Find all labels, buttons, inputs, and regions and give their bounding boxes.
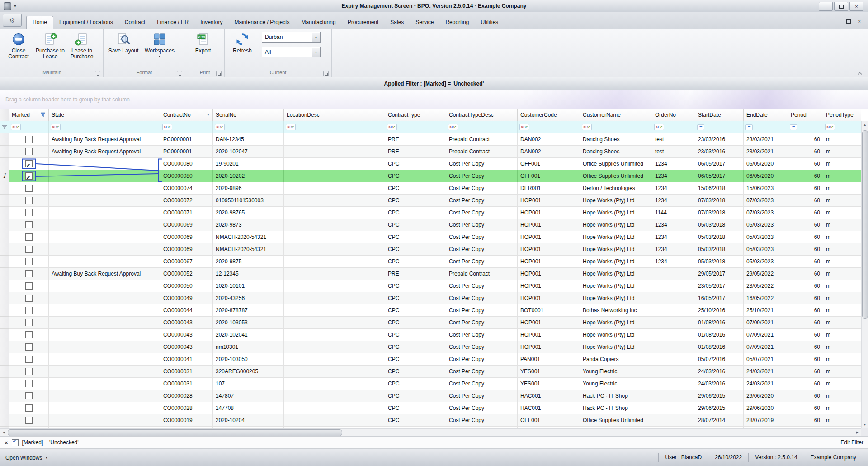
cell-enddate[interactable]: 15/06/2023 xyxy=(744,182,788,195)
cell-enddate[interactable]: 05/03/2023 xyxy=(744,219,788,231)
dialog-launcher-icon[interactable] xyxy=(216,71,222,76)
cell-contracttypedesc[interactable]: Cost Per Copy xyxy=(446,402,518,414)
cell-periodtype[interactable]: m xyxy=(823,231,861,243)
tab-sales[interactable]: Sales xyxy=(384,16,410,29)
filter-enabled-checkbox[interactable] xyxy=(12,439,19,446)
cell-serialno[interactable]: 2020-878787 xyxy=(213,304,284,317)
dialog-launcher-icon[interactable] xyxy=(95,71,100,76)
filter-cell-contracttypedesc[interactable]: aBc xyxy=(446,121,518,133)
cell-state[interactable] xyxy=(49,170,160,182)
cell-serialno[interactable]: 12-12345 xyxy=(213,268,284,280)
row-checkbox[interactable] xyxy=(25,258,33,265)
cell-serialno[interactable]: 2020-98765 xyxy=(213,207,284,219)
cell-customername[interactable]: Hope Works (Pty) Ltd xyxy=(580,219,652,231)
cell-state[interactable] xyxy=(49,182,160,195)
cell-state[interactable] xyxy=(49,243,160,256)
column-header-customercode[interactable]: CustomerCode xyxy=(518,109,580,121)
cell-enddate[interactable]: 06/05/2020 xyxy=(744,158,788,170)
cell-marked[interactable] xyxy=(9,366,49,378)
cell-contracttype[interactable]: PRE xyxy=(385,146,446,158)
cell-orderno[interactable] xyxy=(652,280,695,292)
cell-customercode[interactable]: HOP001 xyxy=(518,280,580,292)
cell-marked[interactable] xyxy=(9,317,49,329)
cell-locationdesc[interactable] xyxy=(284,231,385,243)
cell-periodtype[interactable]: m xyxy=(823,195,861,207)
cell-period[interactable]: 60 xyxy=(788,146,823,158)
cell-periodtype[interactable]: m xyxy=(823,219,861,231)
cell-serialno[interactable]: NMACH-2020-54321 xyxy=(213,231,284,243)
purchase-to-lease-button[interactable]: Purchase to Lease xyxy=(34,29,66,70)
close-contract-button[interactable]: Close Contract xyxy=(3,29,34,70)
row-checkbox[interactable] xyxy=(25,209,33,216)
cell-periodtype[interactable]: m xyxy=(823,353,861,366)
row-checkbox[interactable] xyxy=(25,282,33,290)
cell-contracttypedesc[interactable]: Cost Per Copy xyxy=(446,341,518,353)
cell-orderno[interactable] xyxy=(652,317,695,329)
cell-contracttypedesc[interactable]: Prepaid Contract xyxy=(446,146,518,158)
cell-contracttype[interactable]: CPC xyxy=(385,292,446,304)
cell-locationdesc[interactable] xyxy=(284,268,385,280)
cell-orderno[interactable] xyxy=(652,353,695,366)
cell-enddate[interactable]: 06/05/2020 xyxy=(744,170,788,182)
lease-to-purchase-button[interactable]: Lease to Purchase xyxy=(66,29,98,70)
column-header-marked[interactable]: Marked xyxy=(9,109,49,121)
cell-customername[interactable]: Young Electric xyxy=(580,378,652,390)
tab-equipment-locations[interactable]: Equipment / Locations xyxy=(53,16,119,29)
cell-state[interactable] xyxy=(49,304,160,317)
cell-marked[interactable] xyxy=(9,292,49,304)
cell-period[interactable]: 60 xyxy=(788,292,823,304)
scope-combobox[interactable]: All ▼ xyxy=(262,47,321,57)
cell-locationdesc[interactable] xyxy=(284,378,385,390)
cell-marked[interactable] xyxy=(9,219,49,231)
cell-customercode[interactable]: HOP001 xyxy=(518,219,580,231)
cell-enddate[interactable]: 16/05/2022 xyxy=(744,292,788,304)
cell-period[interactable]: 60 xyxy=(788,158,823,170)
cell-period[interactable]: 60 xyxy=(788,317,823,329)
cell-customername[interactable]: Hope Works (Pty) Ltd xyxy=(580,280,652,292)
cell-contracttype[interactable]: CPC xyxy=(385,414,446,427)
cell-marked[interactable] xyxy=(9,390,49,402)
cell-serialno[interactable]: nm10301 xyxy=(213,341,284,353)
filter-cell-customername[interactable]: aBc xyxy=(580,121,652,133)
cell-contractno[interactable]: CO0000080 xyxy=(160,170,213,182)
cell-startdate[interactable]: 05/07/2016 xyxy=(695,353,744,366)
filter-cell-customercode[interactable]: aBc xyxy=(518,121,580,133)
cell-orderno[interactable] xyxy=(652,292,695,304)
cell-contracttype[interactable]: CPC xyxy=(385,317,446,329)
cell-serialno[interactable]: 2020-10202 xyxy=(213,170,284,182)
cell-contractno[interactable]: CO0000044 xyxy=(160,304,213,317)
cell-orderno[interactable] xyxy=(652,341,695,353)
cell-startdate[interactable]: 24/03/2016 xyxy=(695,378,744,390)
cell-marked[interactable] xyxy=(9,378,49,390)
collapse-ribbon-icon[interactable] xyxy=(857,72,863,75)
cell-state[interactable] xyxy=(49,219,160,231)
cell-startdate[interactable]: 07/03/2018 xyxy=(695,207,744,219)
cell-contracttype[interactable]: CPC xyxy=(385,378,446,390)
cell-customername[interactable]: Hope Works (Pty) Ltd xyxy=(580,256,652,268)
row-checkbox[interactable] xyxy=(25,417,33,424)
cell-state[interactable] xyxy=(49,390,160,402)
group-by-panel[interactable]: Drag a column header here to group by th… xyxy=(0,90,868,109)
cell-contracttypedesc[interactable]: Cost Per Copy xyxy=(446,390,518,402)
cell-customercode[interactable]: HOP001 xyxy=(518,292,580,304)
cell-orderno[interactable]: test xyxy=(652,146,695,158)
cell-enddate[interactable]: 24/03/2021 xyxy=(744,378,788,390)
cell-startdate[interactable]: 29/05/2017 xyxy=(695,268,744,280)
cell-customername[interactable]: Panda Copiers xyxy=(580,353,652,366)
dialog-launcher-icon[interactable] xyxy=(323,71,329,76)
cell-startdate[interactable]: 06/05/2017 xyxy=(695,170,744,182)
cell-customercode[interactable]: DAN002 xyxy=(518,133,580,146)
horizontal-scrollbar[interactable]: ◀ ▶ xyxy=(0,428,861,436)
cell-locationdesc[interactable] xyxy=(284,366,385,378)
cell-customercode[interactable]: HOP001 xyxy=(518,329,580,341)
cell-customername[interactable]: Hope Works (Pty) Ltd xyxy=(580,268,652,280)
cell-customername[interactable]: Dancing Shoes xyxy=(580,133,652,146)
column-header-serialno[interactable]: SerialNo xyxy=(213,109,284,121)
cell-periodtype[interactable]: m xyxy=(823,170,861,182)
cell-contracttypedesc[interactable]: Cost Per Copy xyxy=(446,243,518,256)
filter-cell-serialno[interactable]: aBc xyxy=(213,121,284,133)
cell-marked[interactable] xyxy=(9,170,49,182)
workspaces-dropdown-icon[interactable]: ▼ xyxy=(158,55,161,58)
cell-marked[interactable] xyxy=(9,146,49,158)
cell-customercode[interactable]: BOT0001 xyxy=(518,304,580,317)
